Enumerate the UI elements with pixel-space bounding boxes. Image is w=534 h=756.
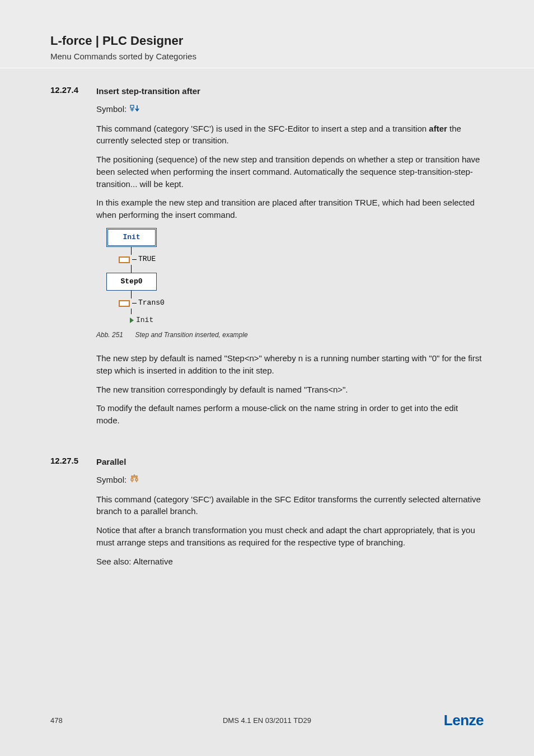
paragraph: The positioning (sequence) of the new st… (96, 153, 484, 190)
section-parallel: 12.27.5 Parallel Symbol: (50, 456, 484, 574)
symbol-label: Symbol: (96, 104, 127, 114)
section-insert-step-transition-after: 12.27.4 Insert step-transition after Sym… (50, 85, 484, 433)
figure-caption-text: Step and Transition inserted, example (135, 331, 247, 339)
svg-rect-0 (130, 105, 134, 108)
section-number: 12.27.4 (50, 85, 96, 433)
paragraph: See also: Alternative (96, 556, 484, 568)
transition-label: TRUE (138, 254, 156, 265)
figure-number: Abb. 251 (96, 331, 123, 339)
lenze-logo: Lenze (444, 712, 484, 729)
paragraph: The new transition correspondingly by de… (96, 384, 484, 396)
page-footer: 478 DMS 4.1 EN 03/2011 TD29 Lenze (50, 712, 484, 729)
transition-box-icon (119, 256, 130, 263)
transition-label: Trans0 (138, 298, 165, 309)
svg-rect-10 (135, 479, 138, 480)
sfc-diagram: Init TRUE Step0 Trans0 Ini (96, 228, 186, 326)
page-number: 478 (50, 716, 63, 725)
section-body: Insert step-transition after Symbol: Thi… (96, 85, 484, 433)
figure-caption: Abb. 251 Step and Transition inserted, e… (96, 330, 484, 340)
paragraph: To modify the default names perform a mo… (96, 402, 484, 427)
sfc-transition-true: TRUE (119, 255, 186, 265)
symbol-line: Symbol: (96, 474, 484, 487)
section-heading: Parallel (96, 456, 484, 468)
svg-rect-9 (131, 479, 133, 480)
section-number: 12.27.5 (50, 456, 96, 574)
document-page: L-force | PLC Designer Menu Commands sor… (0, 0, 534, 756)
doc-subtitle: Menu Commands sorted by Categories (50, 52, 484, 61)
paragraph: In this example the new step and transit… (96, 197, 484, 221)
section-body: Parallel Symbol: (96, 456, 484, 574)
paragraph-text: This command (category 'SFC') is used in… (96, 124, 461, 146)
paragraph: Notice that after a branch transformatio… (96, 524, 484, 549)
symbol-line: Symbol: (96, 103, 484, 116)
parallel-branch-icon (130, 474, 139, 487)
doc-title: L-force | PLC Designer (50, 34, 484, 48)
insert-step-transition-after-icon (130, 104, 141, 116)
jump-label: Init (136, 315, 153, 326)
paragraph: This command (category 'SFC') is used in… (96, 123, 484, 147)
transition-box-icon (119, 300, 130, 307)
paragraph: The new step by default is named "Step<n… (96, 352, 484, 377)
paragraph: This command (category 'SFC') available … (96, 493, 484, 518)
sfc-transition-trans0: Trans0 (119, 298, 186, 309)
sfc-step0: Step0 (106, 273, 157, 291)
sfc-jump: Init (130, 315, 186, 326)
page-header: L-force | PLC Designer Menu Commands sor… (0, 0, 534, 68)
footer-doc-id: DMS 4.1 EN 03/2011 TD29 (50, 716, 484, 725)
section-heading: Insert step-transition after (96, 85, 484, 97)
jump-triangle-icon (130, 318, 134, 323)
sfc-init-step: Init (106, 228, 157, 247)
symbol-label: Symbol: (96, 475, 127, 484)
